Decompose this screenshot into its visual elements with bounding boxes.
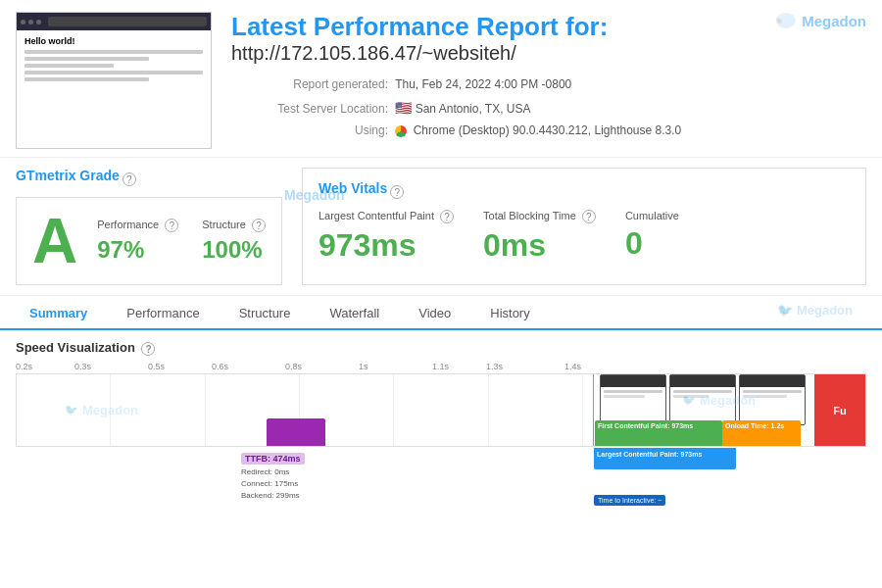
tab-structure[interactable]: Structure — [220, 298, 311, 330]
thumb-2-topbar — [670, 375, 735, 387]
web-vitals-title-row: Web Vitals ? — [318, 180, 850, 204]
web-vitals-section: Web Vitals ? Largest Contentful Paint ? … — [302, 168, 866, 285]
report-meta: Report generated: Thu, Feb 24, 2022 4:00… — [231, 74, 866, 141]
website-preview: Hello world! — [16, 12, 212, 149]
preview-content: Hello world! — [17, 30, 211, 148]
tab-waterfall[interactable]: Waterfall — [310, 298, 399, 330]
thumb-3 — [739, 374, 806, 425]
grades-watermark: Megadon — [284, 187, 344, 203]
svg-text:🐘: 🐘 — [776, 17, 783, 24]
perf-help-icon[interactable]: ? — [165, 219, 178, 232]
lcp-bar: Largest Contentful Paint: 973ms — [594, 448, 736, 469]
speed-viz-help-icon[interactable]: ? — [141, 342, 155, 356]
thumb-3-topbar — [740, 375, 805, 387]
tlabel-5: 1s — [359, 362, 432, 371]
tab-history[interactable]: History — [470, 298, 549, 330]
thumb-2-line1 — [673, 390, 732, 393]
future-label: Fu — [833, 405, 846, 416]
performance-metric: Performance ? 97% — [97, 219, 178, 264]
tab-summary[interactable]: Summary — [10, 298, 107, 330]
grid-col-2 — [111, 374, 205, 446]
structure-value: 100% — [202, 236, 266, 264]
report-title: Latest Performance Report for: — [231, 12, 866, 42]
thumb-1-line2 — [604, 395, 645, 398]
lcp-bar-label: Largest Contentful Paint: 973ms — [594, 448, 736, 461]
tbt-value: 0ms — [483, 227, 596, 264]
tlabel-1: 0.3s — [74, 362, 148, 371]
preview-dot-1 — [21, 20, 25, 24]
megadon-logo-icon: 🐘 — [775, 12, 797, 29]
preview-line-1 — [24, 50, 203, 54]
tlabel-8: 1.4s — [564, 362, 618, 371]
thumb-3-line1 — [743, 390, 802, 393]
gtmetrix-title-row: GTmetrix Grade ? — [16, 168, 282, 191]
preview-dot-3 — [36, 20, 41, 24]
preview-address-bar — [48, 17, 207, 26]
timeline-labels-row: 0.2s 0.3s 0.5s 0.6s 0.8s 1s 1.1s 1.3s 1.… — [16, 362, 866, 371]
grid-col-1 — [17, 374, 111, 446]
structure-metric: Structure ? 100% — [202, 219, 266, 264]
ttfb-detail-2: Connect: 175ms — [241, 478, 305, 490]
generated-value: Thu, Feb 24, 2022 4:00 PM -0800 — [395, 77, 571, 91]
tbt-help-icon[interactable]: ? — [582, 210, 596, 223]
gtmetrix-help-icon[interactable]: ? — [122, 172, 136, 186]
tabs-bar: Summary Performance Structure Waterfall … — [0, 298, 882, 330]
tab-performance[interactable]: Performance — [107, 298, 219, 330]
grade-box: A Performance ? 97% Structure ? 100% — [16, 197, 282, 285]
report-generated-row: Report generated: Thu, Feb 24, 2022 4:00… — [231, 74, 866, 96]
tab-video[interactable]: Video — [399, 298, 470, 330]
chrome-icon — [395, 125, 407, 137]
web-vitals-help-icon[interactable]: ? — [390, 185, 404, 199]
tabs-watermark: 🐦 Megadon — [777, 303, 853, 318]
fcp-bar: First Contentful Paint: 973ms — [595, 420, 722, 446]
future-box: Fu — [814, 374, 865, 447]
ttfb-annotation: TTFB: 474ms Redirect: 0ms Connect: 175ms… — [241, 450, 305, 502]
tlabel-6: 1.1s — [432, 362, 486, 371]
thumb-2 — [669, 374, 736, 425]
cls-value: 0 — [625, 225, 679, 262]
cls-label: Cumulative — [625, 210, 679, 221]
grades-section: GTmetrix Grade ? A Performance ? 97% Str… — [0, 158, 882, 296]
ttfb-detail-1: Redirect: 0ms — [241, 466, 305, 478]
structure-label: Structure ? — [202, 219, 266, 232]
tlabel-0: 0.2s — [16, 362, 74, 371]
megadon-text-tabs: Megadon — [797, 303, 853, 318]
performance-label: Performance ? — [97, 219, 178, 232]
grid-col-6 — [489, 374, 583, 446]
lcp-help-icon[interactable]: ? — [440, 210, 454, 223]
ttfb-bar — [267, 418, 325, 446]
preview-line-5 — [24, 77, 149, 81]
lcp-label: Largest Contentful Paint ? — [318, 210, 454, 223]
report-url: http://172.105.186.47/~websiteh/ — [231, 42, 866, 65]
using-label: Using: — [231, 121, 388, 142]
speed-viz-title: Speed Visualization ? — [16, 340, 866, 356]
header-watermark-area: 🐘 Megadon — [775, 12, 866, 29]
location-value: San Antonio, TX, USA — [416, 102, 531, 116]
ttfb-label: TTFB: 474ms — [241, 453, 305, 465]
lcp-value: 973ms — [318, 227, 454, 264]
ttfb-details: Redirect: 0ms Connect: 175ms Backend: 29… — [241, 466, 305, 502]
preview-topbar — [17, 13, 211, 30]
gtmetrix-section-title: GTmetrix Grade — [16, 168, 120, 183]
grid-col-5 — [394, 374, 488, 446]
lcp-vital: Largest Contentful Paint ? 973ms — [318, 210, 454, 264]
using-value: Chrome (Desktop) 90.0.4430.212, Lighthou… — [414, 123, 682, 137]
tti-label: Time to Interactive: ~ — [594, 495, 665, 506]
grade-metrics: Performance ? 97% Structure ? 100% — [97, 219, 266, 264]
struct-help-icon[interactable]: ? — [252, 219, 266, 232]
thumb-3-line2 — [743, 395, 787, 398]
flag-icon: 🇺🇸 — [395, 100, 412, 116]
timeline-grid: First Contentful Paint: 973ms Onload Tim… — [16, 373, 866, 447]
gtmetrix-grade-container: GTmetrix Grade ? A Performance ? 97% Str… — [16, 168, 282, 285]
timeline-wrapper: First Contentful Paint: 973ms Onload Tim… — [16, 373, 866, 506]
server-location-row: Test Server Location: 🇺🇸 San Antonio, TX… — [231, 96, 866, 121]
onload-bar: Onload Time: 1.2s — [722, 420, 801, 446]
cls-vital: Cumulative 0 — [625, 210, 679, 264]
report-info: Latest Performance Report for: http://17… — [231, 12, 866, 142]
thumb-1-line1 — [604, 390, 662, 393]
megadon-text-grades: Megadon — [284, 187, 344, 203]
ttfb-detail-3: Backend: 299ms — [241, 490, 305, 502]
preview-dot-2 — [28, 20, 33, 24]
preview-line-2 — [24, 57, 149, 61]
tbt-vital: Total Blocking Time ? 0ms — [483, 210, 596, 264]
